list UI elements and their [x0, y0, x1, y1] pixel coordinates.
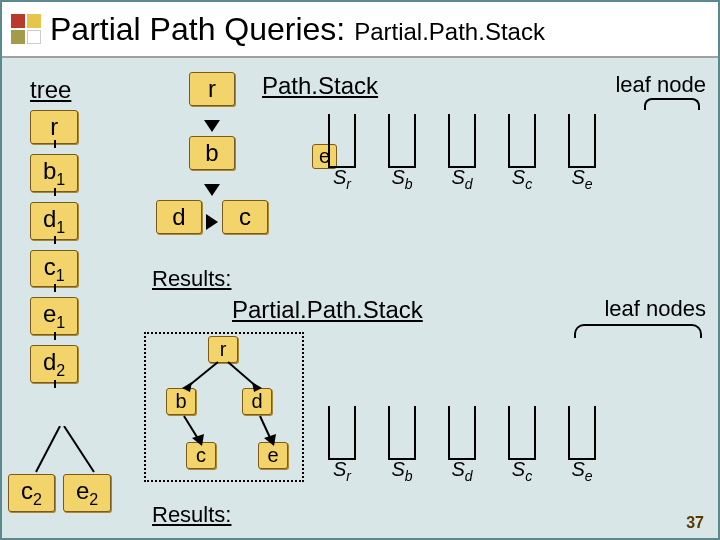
partial-pathstack-title: Partial.Path.Stack [232, 296, 423, 324]
arrow-down-icon [204, 120, 220, 132]
tree-bottom-row: c2 e2 [8, 474, 111, 522]
svg-line-14 [260, 416, 272, 442]
query-tree-box: r b d c e [144, 332, 304, 482]
title-sub: Partial.Path.Stack [354, 18, 545, 45]
stack2-sc: Sc [502, 406, 542, 484]
results-label-2: Results: [152, 502, 231, 528]
tree-label: tree [30, 76, 71, 104]
pathstack-stacks: e Sr Sb Sd Sc Se [322, 114, 602, 192]
tree-node-e2: e2 [63, 474, 111, 512]
chain-d: d [156, 200, 202, 234]
left-tree: r b1 d1 c1 e1 d2 [30, 110, 78, 393]
stack2-sd: Sd [442, 406, 482, 484]
leaf-nodes-label: leaf nodes [604, 296, 706, 322]
pathstack-area: Path.Stack leaf node r b d c e Sr Sb [132, 72, 710, 282]
svg-line-8 [186, 362, 218, 388]
stack-sr: e Sr [322, 114, 362, 192]
partial-pathstack-area: Partial.Path.Stack leaf nodes r b d c e [132, 296, 710, 526]
pp-r: r [208, 336, 238, 363]
stack2-se: Se [562, 406, 602, 484]
svg-line-12 [184, 416, 200, 442]
tree-node-c1: c1 [30, 250, 78, 288]
page-number: 37 [686, 514, 704, 532]
pathstack-title: Path.Stack [262, 72, 378, 100]
tree-node-d1: d1 [30, 202, 78, 240]
title-bar: Partial Path Queries: Partial.Path.Stack [2, 2, 718, 58]
brace-icon [574, 324, 702, 338]
query-chain: r b d c [156, 72, 268, 244]
stack2-sr: Sr [322, 406, 362, 484]
tree-node-e1: e1 [30, 297, 78, 335]
tree-node-b1: b1 [30, 154, 78, 192]
title-main: Partial Path Queries: [50, 11, 354, 47]
chain-b: b [189, 136, 235, 170]
pp-b: b [166, 388, 196, 415]
stack-sd: Sd [442, 114, 482, 192]
brace-icon [644, 98, 700, 110]
arrow-right-icon [206, 214, 218, 230]
svg-line-10 [228, 362, 258, 388]
tree-node-r: r [30, 110, 78, 144]
chain-r: r [189, 72, 235, 106]
chain-c: c [222, 200, 268, 234]
accent-squares [10, 13, 42, 45]
partial-stacks: Sr Sb Sd Sc Se [322, 406, 602, 484]
tree-node-c2: c2 [8, 474, 55, 512]
arrow-down-icon [204, 184, 220, 196]
pp-e: e [258, 442, 288, 469]
tree-node-d2: d2 [30, 345, 78, 383]
leaf-node-label: leaf node [615, 72, 706, 98]
slide: Partial Path Queries: Partial.Path.Stack… [0, 0, 720, 540]
stack-se: Se [562, 114, 602, 192]
slide-title: Partial Path Queries: Partial.Path.Stack [50, 11, 545, 48]
svg-line-6 [36, 426, 60, 472]
results-label-1: Results: [152, 266, 231, 292]
stack2-sb: Sb [382, 406, 422, 484]
svg-line-7 [64, 426, 94, 472]
pp-d: d [242, 388, 272, 415]
stack-sb: Sb [382, 114, 422, 192]
stack-sc: Sc [502, 114, 542, 192]
pp-c: c [186, 442, 216, 469]
